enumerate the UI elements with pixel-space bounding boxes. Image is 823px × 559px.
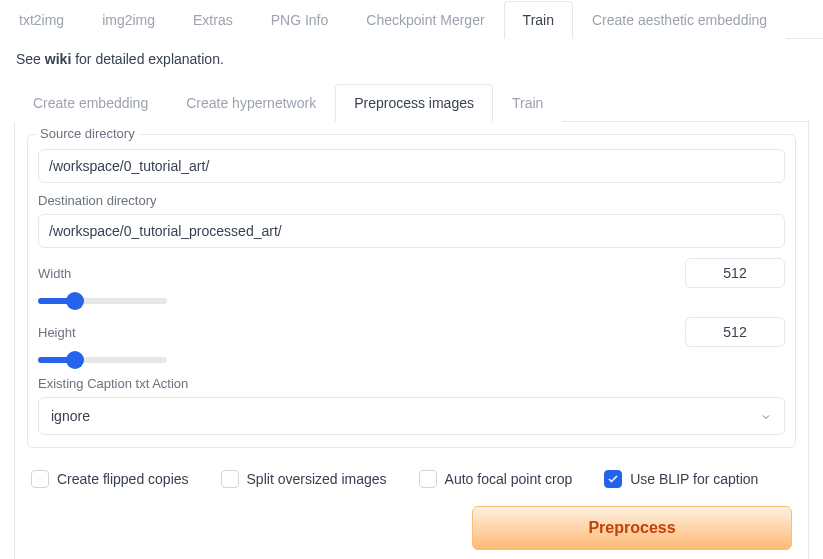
caption-action-value: ignore [51,408,90,424]
tab-checkpoint-merger[interactable]: Checkpoint Merger [347,1,503,39]
width-label: Width [38,266,71,281]
checkbox-use-blip-for-caption[interactable]: Use BLIP for caption [604,470,758,488]
sub-tab-create-embedding[interactable]: Create embedding [14,84,167,122]
width-slider[interactable] [38,298,167,304]
caption-action-label: Existing Caption txt Action [38,376,785,391]
checkbox-label-focal: Auto focal point crop [445,471,573,487]
tab-img2img[interactable]: img2img [83,1,174,39]
tab-png-info[interactable]: PNG Info [252,1,348,39]
preprocess-fieldset: Source directory Destination directory W… [27,134,796,448]
options-row: Create flipped copies Split oversized im… [27,448,796,500]
tab-txt2img[interactable]: txt2img [0,1,83,39]
hint-text: See wiki for detailed explanation. [0,39,823,83]
preprocess-button[interactable]: Preprocess [472,506,792,550]
height-value-input[interactable] [685,317,785,347]
checkbox-auto-focal-point-crop[interactable]: Auto focal point crop [419,470,573,488]
sub-tab-create-hypernetwork[interactable]: Create hypernetwork [167,84,335,122]
checkbox-box-split [221,470,239,488]
sub-tab-train[interactable]: Train [493,84,562,122]
source-directory-input[interactable] [38,149,785,183]
sub-tab-preprocess-images[interactable]: Preprocess images [335,84,493,122]
destination-directory-label: Destination directory [38,193,785,208]
button-row: Preprocess [27,500,796,552]
checkbox-box-focal [419,470,437,488]
tab-train[interactable]: Train [504,1,573,39]
hint-suffix: for detailed explanation. [71,51,224,67]
checkbox-box-blip [604,470,622,488]
checkbox-create-flipped-copies[interactable]: Create flipped copies [31,470,189,488]
chevron-down-icon [760,410,772,422]
height-label: Height [38,325,76,340]
source-directory-label: Source directory [36,126,139,141]
checkbox-label-blip: Use BLIP for caption [630,471,758,487]
wiki-link[interactable]: wiki [45,51,71,67]
caption-action-select[interactable]: ignore [38,397,785,435]
tab-create-aesthetic-embedding[interactable]: Create aesthetic embedding [573,1,786,39]
width-value-input[interactable] [685,258,785,288]
checkbox-label-flipped: Create flipped copies [57,471,189,487]
checkbox-split-oversized-images[interactable]: Split oversized images [221,470,387,488]
checkbox-label-split: Split oversized images [247,471,387,487]
tab-extras[interactable]: Extras [174,1,252,39]
hint-prefix: See [16,51,45,67]
main-tabs: txt2img img2img Extras PNG Info Checkpoi… [0,0,823,39]
checkbox-box-flipped [31,470,49,488]
height-slider[interactable] [38,357,167,363]
destination-directory-input[interactable] [38,214,785,248]
train-sub-tabs: Create embedding Create hypernetwork Pre… [14,83,809,122]
preprocess-panel: Source directory Destination directory W… [14,122,809,559]
